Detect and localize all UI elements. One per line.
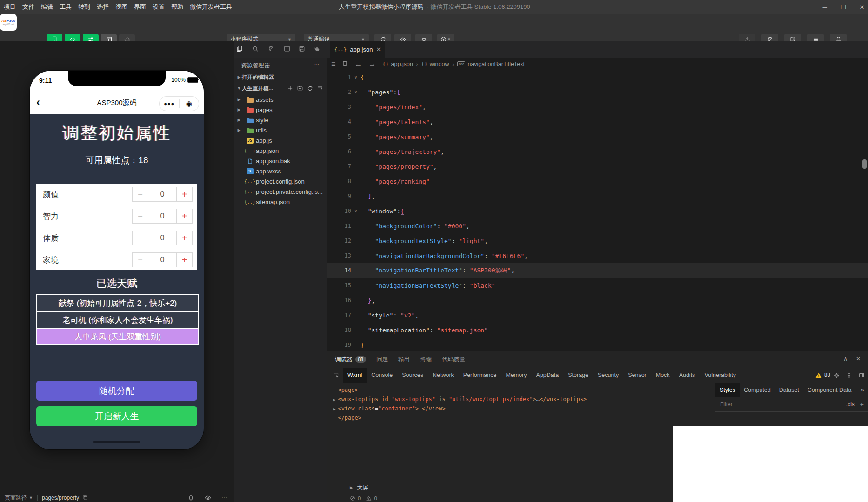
source-control-icon[interactable] bbox=[268, 46, 274, 52]
wxml-node[interactable]: <page> bbox=[333, 387, 358, 393]
close-button[interactable]: ✕ bbox=[859, 4, 865, 11]
build-icon[interactable] bbox=[314, 46, 320, 52]
minimize-button[interactable]: ─ bbox=[821, 4, 828, 11]
breadcrumb-item-app.json[interactable]: {}app.json bbox=[382, 61, 413, 67]
stepper-minus-button[interactable]: − bbox=[133, 209, 148, 223]
file-item-style[interactable]: ▶style bbox=[234, 115, 327, 125]
menu-item-编辑[interactable]: 编辑 bbox=[41, 3, 53, 11]
refresh-icon[interactable] bbox=[307, 86, 313, 92]
file-item-project.config.json[interactable]: {..}project.config.json bbox=[234, 176, 327, 186]
more-tabs-icon[interactable]: » bbox=[857, 383, 868, 397]
devtools-tab-Memory[interactable]: Memory bbox=[501, 368, 531, 383]
notification-icon[interactable] bbox=[188, 495, 194, 501]
file-item-assets[interactable]: ▶assets bbox=[234, 94, 327, 105]
expand-arrow-icon[interactable]: ▶ bbox=[333, 407, 335, 411]
styles-tab-Computed[interactable]: Computed bbox=[740, 383, 775, 397]
file-item-app.wxss[interactable]: Sapp.wxss bbox=[234, 166, 327, 176]
menu-item-帮助[interactable]: 帮助 bbox=[171, 3, 183, 11]
devtools-tab-Performance[interactable]: Performance bbox=[459, 368, 501, 383]
nav-forward-icon[interactable]: → bbox=[368, 60, 376, 68]
add-style-icon[interactable]: + bbox=[860, 401, 864, 408]
devtools-tab-Security[interactable]: Security bbox=[593, 368, 623, 383]
nav-back-icon[interactable]: ← bbox=[354, 60, 362, 68]
styles-tab-Component Data[interactable]: Component Data bbox=[803, 383, 856, 397]
close-tab-icon[interactable]: ✕ bbox=[376, 46, 381, 53]
breadcrumb-item-window[interactable]: {}window bbox=[421, 61, 449, 67]
copy-icon[interactable] bbox=[82, 495, 88, 501]
watch-icon[interactable] bbox=[205, 495, 211, 501]
close-miniprogram-icon[interactable]: ◉ bbox=[180, 99, 199, 108]
devtools-tab-Network[interactable]: Network bbox=[428, 368, 459, 383]
menu-item-微信开发者工具[interactable]: 微信开发者工具 bbox=[190, 3, 232, 11]
split-editor-icon[interactable] bbox=[284, 46, 290, 52]
stepper-plus-button[interactable]: + bbox=[176, 253, 192, 267]
menu-item-工具[interactable]: 工具 bbox=[60, 3, 72, 11]
stepper-plus-button[interactable]: + bbox=[176, 231, 192, 245]
explorer-section-0[interactable]: ▶打开的编辑器 bbox=[234, 72, 327, 82]
editor-tab-appjson[interactable]: {..} app.json ✕ bbox=[330, 41, 385, 58]
file-item-project.private.config.js...[interactable]: {..}project.private.config.js... bbox=[234, 186, 327, 197]
more-menu-icon[interactable] bbox=[846, 372, 852, 378]
file-item-app.js[interactable]: JSapp.js bbox=[234, 135, 327, 145]
file-item-utils[interactable]: ▶utils bbox=[234, 125, 327, 135]
expand-arrow-icon[interactable]: ▶ bbox=[350, 485, 353, 490]
panel-tab-终端[interactable]: 终端 bbox=[420, 356, 432, 363]
start-new-life-button[interactable]: 开启新人生 bbox=[36, 406, 197, 426]
page-path-label[interactable]: 页面路径 bbox=[5, 494, 27, 502]
menu-item-项目[interactable]: 项目 bbox=[4, 3, 16, 11]
settings-icon[interactable] bbox=[834, 372, 840, 378]
talent-item[interactable]: 献祭 (初始可用属性点-2，快乐+2) bbox=[37, 295, 198, 311]
maximize-button[interactable]: ☐ bbox=[840, 4, 847, 11]
wxml-node[interactable]: ▶<wux-toptips id="wux-toptips" is="utils… bbox=[333, 396, 587, 403]
menu-item-选择[interactable]: 选择 bbox=[97, 3, 109, 11]
save-all-icon[interactable] bbox=[299, 46, 305, 52]
devtools-tab-AppData[interactable]: AppData bbox=[532, 368, 564, 383]
devtools-tab-Sensor[interactable]: Sensor bbox=[623, 368, 651, 383]
stepper-minus-button[interactable]: − bbox=[133, 187, 148, 201]
menu-item-设置[interactable]: 设置 bbox=[153, 3, 165, 11]
explorer-more-icon[interactable]: ⋯ bbox=[313, 61, 319, 68]
menu-item-文件[interactable]: 文件 bbox=[22, 3, 34, 11]
talent-item[interactable]: 人中龙凤 (天生双重性别) bbox=[37, 328, 198, 344]
devtools-tab-Console[interactable]: Console bbox=[367, 368, 397, 383]
code-area[interactable]: 1∨{2∨ "pages":[3 "pages/index",4 "pages/… bbox=[327, 70, 868, 351]
close-panel-icon[interactable]: ✕ bbox=[856, 356, 861, 362]
wxml-node[interactable]: </page> bbox=[333, 415, 361, 421]
collapse-panel-icon[interactable]: ∧ bbox=[843, 356, 848, 362]
more-menu-icon[interactable]: ●●● bbox=[160, 101, 179, 106]
stepper-plus-button[interactable]: + bbox=[176, 187, 192, 201]
menu-item-界面[interactable]: 界面 bbox=[134, 3, 146, 11]
menu-item-视图[interactable]: 视图 bbox=[115, 3, 127, 11]
collapse-icon[interactable] bbox=[317, 86, 323, 92]
devtools-tab-Wxml[interactable]: Wxml bbox=[343, 368, 367, 383]
files-explorer-icon[interactable] bbox=[236, 46, 243, 52]
new-folder-icon[interactable] bbox=[297, 86, 303, 92]
file-item-app.json[interactable]: {..}app.json bbox=[234, 145, 327, 156]
cls-button[interactable]: .cls bbox=[846, 401, 855, 408]
devtools-tab-Storage[interactable]: Storage bbox=[563, 368, 593, 383]
devtools-tab-Sources[interactable]: Sources bbox=[397, 368, 428, 383]
inspect-element-icon[interactable] bbox=[333, 372, 339, 378]
wxml-node[interactable]: ▶<view class="container">…</view> bbox=[333, 405, 446, 412]
stepper-minus-button[interactable]: − bbox=[133, 231, 148, 245]
panel-tab-问题[interactable]: 问题 bbox=[376, 356, 388, 363]
search-icon[interactable] bbox=[252, 46, 259, 52]
panel-tab-代码质量[interactable]: 代码质量 bbox=[442, 356, 465, 363]
warning-summary[interactable]: 88 bbox=[815, 372, 830, 378]
stepper-plus-button[interactable]: + bbox=[176, 209, 192, 223]
talent-item[interactable]: 老司机 (你和家人不会发生车祸) bbox=[37, 311, 198, 328]
file-item-sitemap.json[interactable]: {..}sitemap.json bbox=[234, 197, 327, 207]
panel-tab-调试器[interactable]: 调试器88 bbox=[335, 356, 366, 363]
devtools-tab-Vulnerability[interactable]: Vulnerability bbox=[700, 368, 741, 383]
filter-input[interactable]: Filter bbox=[720, 401, 846, 408]
stepper-minus-button[interactable]: − bbox=[133, 253, 148, 267]
breadcrumb-item-navigationBarTitleText[interactable]: abcnavigationBarTitleText bbox=[457, 61, 525, 67]
dock-side-icon[interactable] bbox=[859, 372, 865, 378]
styles-tab-Styles[interactable]: Styles bbox=[715, 383, 740, 397]
panel-tab-输出[interactable]: 输出 bbox=[398, 356, 410, 363]
bookmark-icon[interactable] bbox=[342, 61, 348, 67]
explorer-section-1[interactable]: ▼人生重开模... bbox=[234, 83, 327, 93]
devtools-tab-Audits[interactable]: Audits bbox=[674, 368, 700, 383]
file-item-app.json.bak[interactable]: app.json.bak bbox=[234, 156, 327, 166]
outline-icon[interactable]: ≡ bbox=[331, 60, 335, 68]
